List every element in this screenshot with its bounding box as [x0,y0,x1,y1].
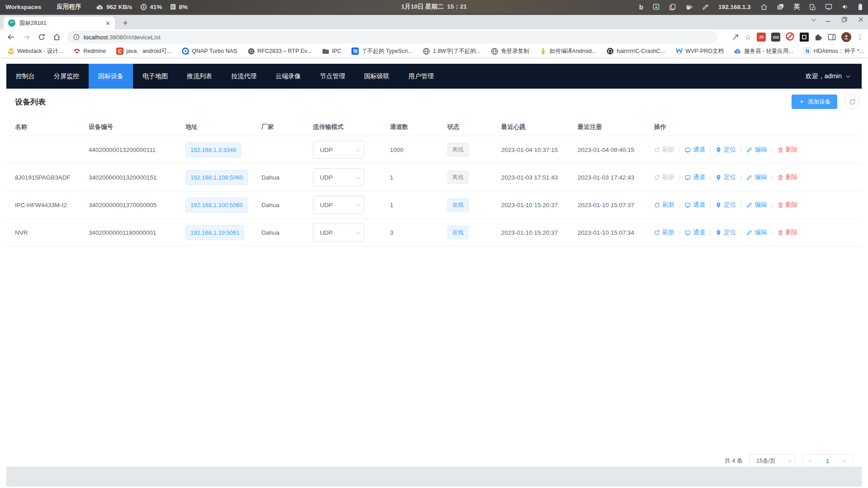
edit-action[interactable]: 编辑 [746,228,767,237]
delete-action[interactable]: 删除 [778,228,798,237]
browser-menu-icon[interactable]: ⋮ [857,33,863,41]
current-page[interactable]: 1 [826,458,829,464]
nav-item-split-monitor[interactable]: 分屏监控 [44,64,89,89]
extensions-puzzle-icon[interactable] [814,33,822,41]
bookmark-redmine[interactable]: Redmine [73,47,106,55]
bookmark-cloud-server[interactable]: 服务器 - 轻量应用... [734,47,793,55]
channels-action[interactable]: 通道 [685,173,705,181]
nav-item-cloud-record[interactable]: 云端录像 [266,64,310,89]
address-tag[interactable]: 192.168.1.100:5060 [185,198,248,213]
volume-tray-icon[interactable] [842,4,849,10]
display-tray-icon[interactable] [825,4,832,10]
bookmark-webstack[interactable]: Webstack - 设计... [7,47,63,55]
network-indicator[interactable]: 962 KB/s [96,4,132,10]
edit-action[interactable]: 编辑 [746,201,767,209]
edit-action[interactable]: 编辑 [746,146,767,154]
bookmark-copy-free[interactable]: 免登录复制 [491,47,529,55]
extension-blocker-icon[interactable] [786,32,794,43]
next-page-button[interactable]: › [844,458,845,464]
address-tag[interactable]: 192.168.1.3:3346 [185,142,241,157]
transport-select[interactable]: UDP [313,141,364,159]
channels-action[interactable]: 通道 [685,146,705,154]
address-tag[interactable]: 192.168.1.108:5060 [185,170,248,185]
color-picker-tray-icon[interactable] [702,4,709,10]
nav-item-gb-cascade[interactable]: 国标级联 [355,64,399,89]
nav-item-user-mgmt[interactable]: 用户管理 [399,64,443,89]
delete-action[interactable]: 删除 [778,146,798,154]
address-tag[interactable]: 192.168.1.19:5061 [185,225,244,240]
delete-action[interactable]: 删除 [778,173,798,181]
transport-select[interactable]: UDP [313,168,364,186]
last-heartbeat: 2023-01-10 15:20:37 [501,229,578,236]
add-device-button[interactable]: ＋ 添加设备 [792,95,837,109]
cpu-indicator[interactable]: 41% [140,4,162,10]
address-bar[interactable]: localhost:38080/#/deviceList [67,31,717,43]
bookmark-article1[interactable]: 1.8W字|了不起的... [423,47,480,55]
bookmark-csdn[interactable]: C java、android可... [116,47,171,55]
bookmark-hdatmos[interactable]: N HDAtmos :: 种子 *... [804,47,864,55]
side-panel-icon[interactable] [828,33,836,41]
bookmark-android-build[interactable]: 如何编译Android... [540,47,597,55]
transport-select[interactable]: UDP [313,196,364,214]
workspaces-tray-icon[interactable] [777,4,784,10]
bookmark-star-icon[interactable]: ☆ [745,33,751,42]
channels-action[interactable]: 通道 [685,228,705,237]
transport-select[interactable]: UDP [313,223,364,242]
prev-page-button[interactable]: ‹ [810,458,811,464]
coffee-tray-icon[interactable] [685,4,693,10]
site-info-icon[interactable] [73,34,80,40]
tab-close-icon[interactable]: ✕ [105,20,110,27]
nav-item-console[interactable]: 控制台 [6,64,44,89]
nav-item-e-map[interactable]: 电子地图 [133,64,177,89]
bookmark-ipc-folder[interactable]: IPC [322,47,342,55]
locate-action[interactable]: 定位 [716,173,736,181]
user-menu[interactable]: 欢迎，admin [806,64,862,89]
close-window-icon[interactable] [858,17,863,22]
nav-item-node-mgmt[interactable]: 节点管理 [310,64,355,89]
cloud-download-icon [96,4,104,10]
applications-menu[interactable]: 应用程序 [57,3,81,11]
new-tab-button[interactable]: + [120,18,130,28]
refresh-list-button[interactable] [844,94,860,109]
tab-search-icon[interactable] [811,17,816,21]
browser-tab[interactable]: 国标28181 ✕ [4,17,115,29]
ip-address[interactable]: 192.168.1.3 [718,4,750,10]
home-button[interactable] [53,33,61,41]
profile-avatar[interactable] [841,32,851,42]
nav-item-push-list[interactable]: 推流列表 [177,64,222,89]
input-method-indicator[interactable]: 英 [794,3,800,11]
memory-indicator[interactable]: 8% [170,4,188,10]
phone-link-tray-icon[interactable] [809,4,816,10]
channels-action[interactable]: 通道 [685,201,705,209]
reload-button[interactable] [38,33,45,41]
home-tray-icon[interactable] [760,4,768,10]
clipboard-tray-icon[interactable] [669,4,676,10]
restore-icon[interactable] [842,17,847,22]
locate-action[interactable]: 定位 [716,228,736,237]
bookmark-qnap[interactable]: QNAP Turbo NAS [182,47,237,55]
bookmark-zhihu[interactable]: 知 了不起的 TypeScri... [351,47,413,55]
screenshot-tray-icon[interactable]: A [653,3,660,10]
nav-item-pull-proxy[interactable]: 拉流代理 [222,64,266,89]
workspaces-button[interactable]: Workspaces [5,4,41,10]
forward-button[interactable] [23,34,30,40]
battery-tray-icon[interactable] [858,3,863,10]
share-icon[interactable] [732,33,739,41]
edit-action[interactable]: 编辑 [746,173,767,181]
refresh-action[interactable]: 刷新 [654,228,674,237]
locate-action[interactable]: 定位 [716,146,736,154]
page-size-select[interactable]: 15条/页 [749,454,795,468]
bookmark-wvp-docs[interactable]: WVP-PRO文档 [675,47,724,55]
delete-action[interactable]: 删除 [778,201,798,209]
bookmark-rfc2833[interactable]: RFC2833 – RTP Ev... [247,47,312,55]
extension-dark-icon[interactable] [800,33,809,42]
minimize-icon[interactable] [825,17,831,22]
back-button[interactable] [7,34,15,40]
bing-tray-icon[interactable]: b [639,3,643,11]
extension-js-icon[interactable]: JS [757,33,766,42]
refresh-action[interactable]: 刷新 [654,201,674,209]
locate-action[interactable]: 定位 [716,201,736,209]
nav-item-gb-devices[interactable]: 国标设备 [89,64,133,89]
bookmark-github[interactable]: hairrrrr/C-CrashC... [607,47,665,55]
extension-glasses-icon[interactable] [771,33,780,42]
